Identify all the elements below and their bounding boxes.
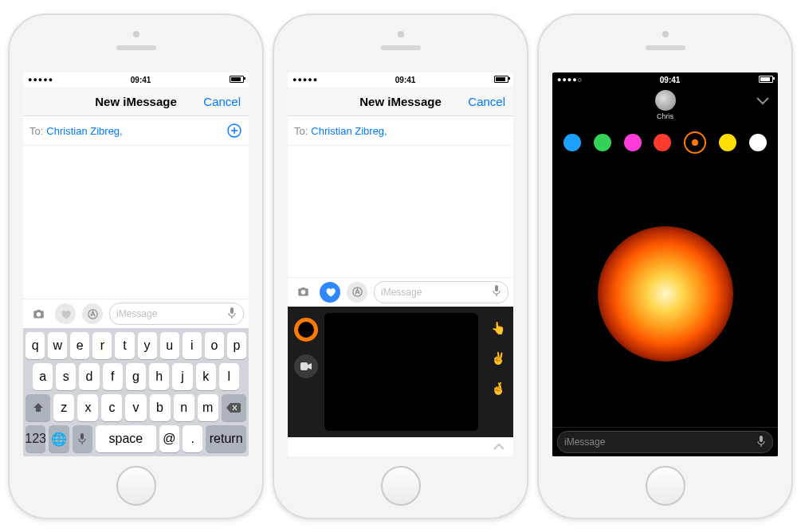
key-at[interactable]: @ [159,425,179,452]
key-m[interactable]: m [198,394,218,421]
key-i[interactable]: i [183,332,202,359]
signal-dots-icon: ●●●●● [292,76,318,84]
key-backspace-icon[interactable] [222,394,246,421]
to-recipient: Christian Zibreg, [46,125,122,137]
cancel-button[interactable]: Cancel [203,95,241,108]
key-shift-icon[interactable] [26,394,50,421]
key-c[interactable]: c [101,394,122,421]
color-palette [552,125,778,160]
message-input[interactable]: iMessage [557,431,773,453]
home-button[interactable] [381,466,421,506]
digital-touch-footer [288,437,513,456]
message-input[interactable]: iMessage [374,281,508,303]
key-d[interactable]: d [79,363,99,390]
home-button[interactable] [116,466,156,506]
camera-icon[interactable] [28,303,49,324]
key-f[interactable]: f [103,363,123,390]
color-swatch[interactable] [749,134,767,151]
mic-icon[interactable] [492,284,501,299]
message-input[interactable]: iMessage [109,303,244,325]
color-swatch[interactable] [624,134,642,151]
key-r[interactable]: r [92,332,112,359]
signal-dots-icon: ●●●●● [28,76,53,84]
key-globe-icon[interactable]: 🌐 [49,425,69,452]
add-recipient-button[interactable] [226,123,242,139]
to-field[interactable]: To: Christian Zibreg, [288,116,513,146]
key-v[interactable]: v [125,394,146,421]
key-dictation-icon[interactable] [73,425,92,452]
phone-camera [398,31,404,37]
contact-header: Chris [552,87,778,125]
gesture-fireball-icon: 🤞 [491,381,506,396]
key-return[interactable]: return [206,425,246,452]
key-dot[interactable]: . [183,425,202,452]
expand-icon[interactable] [493,440,505,454]
battery-icon [228,76,244,84]
phone-speaker [646,45,685,50]
phone-2: ●●●●● 09:41 New iMessage Cancel To: Chri… [273,14,528,519]
gesture-tap-icon: 👆 [491,321,506,335]
mic-icon[interactable] [756,435,766,450]
app-store-icon[interactable] [82,303,103,324]
key-o[interactable]: o [205,332,224,359]
key-e[interactable]: e [70,332,89,359]
camera-icon[interactable] [292,282,313,303]
digital-touch-fullscreen-canvas[interactable] [559,162,771,425]
digital-touch-icon[interactable] [320,282,340,303]
key-j[interactable]: j [172,363,192,390]
conversation-area [288,146,513,277]
message-placeholder: iMessage [564,436,605,448]
to-field[interactable]: To: Christian Zibreg, [23,116,249,146]
phone-camera [133,31,139,37]
conversation-area [23,146,249,299]
key-space[interactable]: space [96,425,156,452]
contact-name: Chris [657,112,673,120]
key-numbers[interactable]: 123 [26,425,45,452]
battery-icon [757,76,773,84]
key-b[interactable]: b [150,394,171,421]
to-label: To: [29,125,43,137]
color-swatch[interactable] [719,134,736,151]
screen-3: ●●●●○ 09:41 Chris iMessage [552,72,778,456]
phone-3: ●●●●○ 09:41 Chris iMessage [537,14,793,519]
color-orange-selected[interactable] [684,131,706,154]
key-y[interactable]: y [138,332,157,359]
screen-1: ●●●●● 09:41 New iMessage Cancel To: Chri… [23,72,249,456]
key-h[interactable]: h [149,363,169,390]
phone-1: ●●●●● 09:41 New iMessage Cancel To: Chri… [8,14,264,519]
status-time: 09:41 [583,76,757,84]
color-swatch[interactable] [654,134,671,151]
signal-dots-icon: ●●●●○ [557,76,583,84]
key-p[interactable]: p [227,332,246,359]
video-record-button[interactable] [294,354,318,378]
cancel-button[interactable]: Cancel [468,95,505,108]
key-t[interactable]: t [115,332,134,359]
key-q[interactable]: q [26,332,45,359]
key-g[interactable]: g [126,363,146,390]
color-swatch[interactable] [594,134,611,151]
compose-row: iMessage [552,427,778,456]
nav-bar: New iMessage Cancel [23,87,249,116]
digital-touch-canvas[interactable] [324,313,478,432]
key-n[interactable]: n [174,394,194,421]
key-l[interactable]: l [219,363,239,390]
digital-touch-icon[interactable] [55,303,76,324]
key-u[interactable]: u [160,332,179,359]
app-store-icon[interactable] [347,282,367,303]
mic-icon[interactable] [227,307,237,322]
collapse-icon[interactable] [756,95,770,109]
key-a[interactable]: a [33,363,53,390]
status-bar: ●●●●● 09:41 [288,72,513,87]
home-button[interactable] [646,466,685,506]
key-z[interactable]: z [53,394,74,421]
phone-camera [662,31,669,37]
to-recipient: Christian Zibreg, [311,125,387,137]
key-s[interactable]: s [56,363,76,390]
color-swatch[interactable] [563,134,581,151]
avatar[interactable] [655,90,676,111]
phone-speaker [381,45,421,50]
key-k[interactable]: k [196,363,216,390]
key-w[interactable]: w [48,332,67,359]
color-selector-button[interactable] [294,318,318,342]
key-x[interactable]: x [77,394,98,421]
